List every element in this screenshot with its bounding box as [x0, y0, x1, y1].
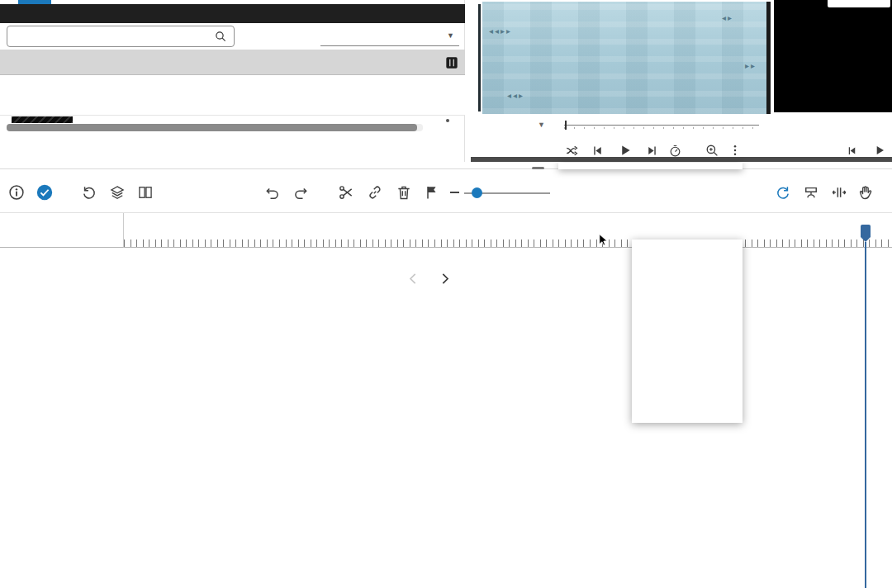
- player-panel: ◂◂▸▸ ▸▸ ◂◂▸ ◂▸ ▼: [465, 0, 892, 162]
- browse-header: [0, 4, 465, 23]
- monitor-play-button[interactable]: [873, 144, 886, 157]
- previous-frame-button[interactable]: [591, 144, 605, 158]
- preview-pattern-glyphs: ◂◂▸▸: [489, 26, 512, 36]
- delete-button[interactable]: [396, 184, 412, 201]
- play-button[interactable]: [618, 143, 633, 158]
- table-row[interactable]: [0, 75, 465, 116]
- context-menu: [558, 163, 743, 169]
- compare-columns-icon[interactable]: [137, 184, 154, 201]
- ruler-ticks: [124, 239, 892, 247]
- more-options-icon[interactable]: [728, 144, 742, 157]
- app-root: ▼ ◂◂▸▸ ▸▸ ◂◂▸ ◂▸: [0, 0, 892, 588]
- zoom-icon[interactable]: [705, 143, 719, 158]
- media-type-select[interactable]: ▼: [320, 25, 459, 46]
- scrub-track[interactable]: [564, 125, 759, 126]
- horizontal-scrollbar[interactable]: [7, 124, 423, 131]
- video-preview[interactable]: ◂◂▸▸ ▸▸ ◂◂▸ ◂▸: [482, 2, 771, 114]
- search-input[interactable]: [7, 26, 235, 47]
- reset-icon[interactable]: [81, 184, 97, 201]
- table-header: [0, 50, 465, 75]
- layers-icon[interactable]: [109, 184, 126, 201]
- link-button[interactable]: [367, 184, 383, 201]
- refresh-icon[interactable]: [775, 184, 791, 201]
- toolbar-divider: [0, 168, 892, 169]
- zoom-slider-knob[interactable]: [472, 187, 482, 198]
- next-frame-button[interactable]: [645, 144, 659, 158]
- zoom-out-button[interactable]: [450, 192, 459, 193]
- panel-resize-handle[interactable]: [532, 167, 544, 169]
- scrollbar-thumb[interactable]: [7, 124, 417, 131]
- secondary-monitor[interactable]: [774, 0, 892, 112]
- approve-check-icon[interactable]: [36, 184, 53, 201]
- marker-flag-button[interactable]: [424, 184, 440, 201]
- next-row-menu-dot: [446, 119, 449, 122]
- scrub-position-marker[interactable]: [565, 121, 567, 130]
- preview-pattern-glyphs: ◂▸: [722, 13, 733, 22]
- monitor-timecode-overlay: [828, 0, 890, 7]
- playback-speed-icon[interactable]: [668, 144, 682, 158]
- timeline-ruler[interactable]: [124, 213, 892, 248]
- search-icon[interactable]: [214, 30, 227, 43]
- mix-submenu: [632, 239, 743, 423]
- info-icon[interactable]: [8, 184, 25, 201]
- scrub-ticks: [564, 127, 759, 129]
- undo-button[interactable]: [264, 184, 281, 201]
- audio-meter-bar: [478, 4, 481, 111]
- timeline-toolbar: [0, 162, 892, 213]
- browse-content-panel: ▼: [0, 0, 465, 162]
- redo-button[interactable]: [292, 184, 309, 201]
- preview-pattern-glyphs: ▸▸: [745, 61, 757, 70]
- cut-scissors-button[interactable]: [338, 184, 354, 201]
- hand-tool-button[interactable]: [857, 184, 874, 201]
- preview-pattern-glyphs: ◂◂▸: [507, 91, 524, 100]
- pagination: [0, 132, 465, 162]
- timecode-dropdown-caret[interactable]: ▼: [538, 121, 545, 129]
- timeline-current-timecode: [0, 213, 124, 248]
- player-scrubber[interactable]: [556, 119, 766, 131]
- trim-tool-button[interactable]: [831, 184, 847, 201]
- monitor-previous-frame-button[interactable]: [846, 145, 858, 157]
- timeline-tracks: [0, 248, 892, 588]
- mouse-cursor: [597, 233, 611, 249]
- chevron-down-icon: ▼: [447, 31, 454, 40]
- playhead[interactable]: [861, 225, 871, 237]
- razor-tool-button[interactable]: [803, 184, 819, 201]
- column-chooser-icon[interactable]: [444, 55, 460, 71]
- playhead-line: [865, 242, 866, 588]
- next-row-thumbnail-partial: [12, 116, 73, 123]
